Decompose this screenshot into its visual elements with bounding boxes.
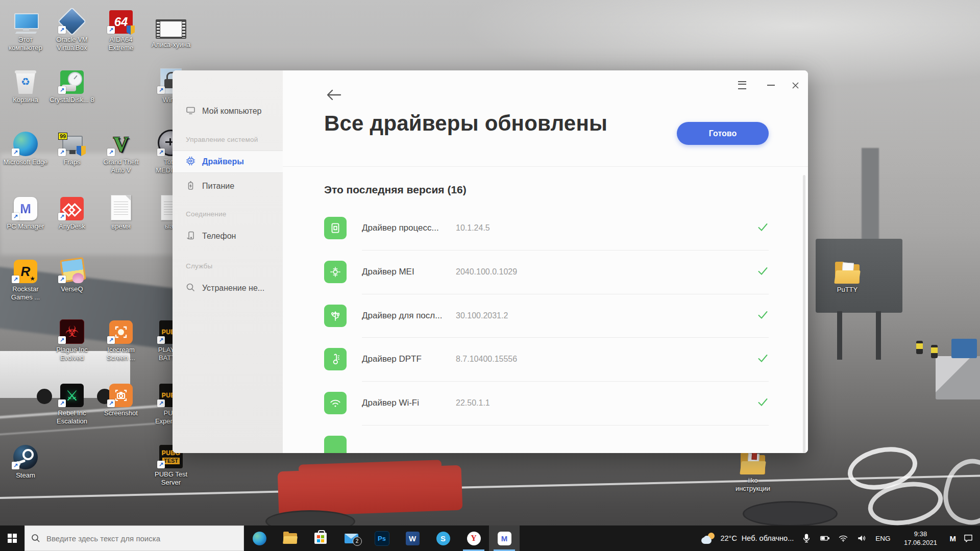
driver-row[interactable]: Драйвер MEI 2040.100.0.1029 [283, 250, 808, 294]
wallpaper-painted-mark [937, 454, 980, 530]
desktop-icon-verseq[interactable]: ↗ VerseQ [50, 254, 94, 293]
desktop-icon-anydesk[interactable]: ↗ AnyDesk [50, 191, 94, 231]
taskbar-pc-manager[interactable]: M [489, 525, 520, 551]
icon-label: Grand Theft Auto V [99, 158, 143, 174]
icon-label: Rockstar Games ... [3, 285, 48, 302]
desktop-icon-fraps[interactable]: 99↗ Fraps [50, 127, 94, 166]
page-title: Все драйверы обновлены [324, 111, 607, 136]
mei-driver-icon [324, 261, 347, 283]
taskbar-skype[interactable]: S [428, 525, 458, 551]
folder-icon [832, 254, 863, 284]
desktop-icon-icecream-recorder[interactable]: ↗ Icecream Screen ... [99, 314, 143, 362]
system-tray: 22°C Неб. облачно... ENG 9:38 17.06.2021… [701, 530, 980, 547]
icon-label: Этот компьютер [3, 36, 48, 52]
shortcut-arrow-icon: ↗ [58, 26, 66, 34]
close-icon [792, 82, 799, 89]
battery-icon[interactable] [819, 533, 830, 544]
gtav-icon: V↗ [106, 127, 136, 156]
video-file-icon [156, 9, 186, 39]
driver-row[interactable]: Драйвер Wi-Fi 22.50.1.1 [283, 381, 808, 425]
desktop-icon-aida64[interactable]: 64↗ AIDA64 Extreme [99, 4, 143, 52]
icon-label: Oracle VM VirtualBox [50, 36, 94, 52]
plague-inc-icon: ☣↗ [57, 314, 87, 344]
driver-row[interactable]: Драйвер DPTF 8.7.10400.15556 [283, 337, 808, 381]
sidebar-item-phone[interactable]: Телефон [173, 226, 283, 247]
driver-row[interactable]: Драйвер для посл... 30.100.2031.2 [283, 294, 808, 338]
edge-icon: ↗ [10, 127, 41, 156]
weather-widget[interactable]: 22°C Неб. облачно... [701, 532, 794, 544]
desktop-icon-rebel-inc[interactable]: ⚔↗ Rebel Inc Escalation [50, 378, 94, 425]
edge-icon [253, 532, 266, 545]
recycle-bin-icon: ♻ [10, 64, 41, 94]
taskbar-word[interactable]: W [397, 525, 428, 551]
wallpaper-stairs [936, 356, 980, 399]
check-icon [757, 309, 769, 323]
phone-icon [186, 231, 195, 242]
check-icon [757, 353, 769, 366]
wallpaper-jetbridge-leg [876, 311, 881, 360]
taskbar-clock[interactable]: 9:38 17.06.2021 [899, 530, 943, 547]
taskbar-yandex[interactable]: Y [458, 525, 489, 551]
sidebar-item-power[interactable]: Питание [173, 176, 283, 197]
minimize-button[interactable] [762, 77, 779, 94]
photoshop-icon: Ps [375, 531, 389, 546]
shortcut-arrow-icon: ↗ [107, 336, 115, 344]
shortcut-arrow-icon: ↗ [12, 276, 19, 283]
desktop-icon-putty-folder[interactable]: PuTTY [825, 254, 870, 294]
icecream-recorder-icon: ↗ [106, 314, 136, 344]
screenshot-icon: ↗ [106, 378, 136, 407]
microphone-icon[interactable] [801, 533, 812, 544]
desktop-icon-screenshot[interactable]: ↗ Screenshot [99, 378, 143, 417]
taskbar-store[interactable] [305, 525, 336, 551]
pc-manager-icon: M [498, 532, 511, 545]
driver-version: 22.50.1.1 [456, 398, 490, 408]
desktop-icon-gtav[interactable]: V↗ Grand Theft Auto V [99, 127, 143, 174]
back-button[interactable] [324, 85, 344, 105]
shortcut-arrow-icon: ↗ [58, 336, 66, 344]
taskbar-photoshop[interactable]: Ps [366, 525, 397, 551]
desktop-icon-this-pc[interactable]: Этот компьютер [3, 4, 48, 52]
wallpaper-red-barrier [278, 465, 463, 517]
back-arrow-icon [326, 89, 341, 101]
icon-label: Microsoft Edge [3, 158, 48, 166]
desktop-icon-edge[interactable]: ↗ Microsoft Edge [3, 127, 48, 166]
check-icon [757, 221, 769, 235]
sidebar-item-label: Телефон [202, 232, 236, 241]
sidebar-item-drivers[interactable]: Драйверы [173, 151, 283, 172]
taskbar-search[interactable] [24, 525, 244, 551]
desktop-icon-vremya[interactable]: время [99, 191, 143, 231]
pc-manager-window: Мой компьютер Управление системой Драйве… [173, 70, 808, 453]
desktop-icon-recycle-bin[interactable]: ♻ Корзина [3, 64, 48, 104]
start-button[interactable] [0, 525, 24, 551]
pc-manager-icon: M↗ [10, 191, 41, 220]
desktop-icon-virtualbox[interactable]: ↗ Oracle VM VirtualBox [50, 4, 94, 52]
desktop-icon-video-file[interactable]: Алиса-хуина [149, 9, 193, 49]
wifi-icon[interactable] [838, 533, 849, 544]
desktop-icon-pc-manager[interactable]: M↗ PC Manager [3, 191, 48, 231]
shortcut-arrow-icon: ↗ [157, 86, 165, 94]
taskbar-file-explorer[interactable] [275, 525, 305, 551]
desktop-icon-plague-inc[interactable]: ☣↗ Plague Inc Evolved [50, 314, 94, 362]
language-indicator[interactable]: ENG [874, 535, 891, 542]
sidebar-item-troubleshoot[interactable]: Устранение не... [173, 278, 283, 299]
driver-name: Драйвер процесс... [362, 223, 456, 233]
desktop-icon-rockstar[interactable]: R★↗ Rockstar Games ... [3, 254, 48, 302]
menu-button[interactable] [733, 77, 751, 94]
taskbar-edge[interactable] [244, 525, 275, 551]
pc-manager-tray-icon[interactable]: M [950, 534, 956, 543]
desktop-icon-steam[interactable]: ↗ Steam [3, 440, 48, 480]
scrollbar[interactable] [803, 175, 805, 453]
close-button[interactable] [787, 77, 804, 94]
search-input[interactable] [45, 534, 237, 543]
desktop-icon-crystaldisk[interactable]: ↗ CrystalDisk... 8 [50, 64, 94, 104]
icon-label: Screenshot [99, 409, 143, 417]
taskbar-mail[interactable]: 2 [336, 525, 366, 551]
taskbar: 2 Ps W S Y M 22°C Неб. облачно... ENG 9:… [0, 525, 980, 551]
driver-row-partial[interactable] [283, 425, 808, 453]
driver-row[interactable]: Драйвер процесс... 10.1.24.5 [283, 206, 808, 250]
action-center-icon[interactable] [963, 533, 974, 544]
done-button[interactable]: Готово [677, 122, 769, 145]
virtualbox-icon: ↗ [57, 4, 87, 34]
volume-icon[interactable] [856, 533, 867, 544]
sidebar-item-my-computer[interactable]: Мой компьютер [173, 101, 283, 122]
